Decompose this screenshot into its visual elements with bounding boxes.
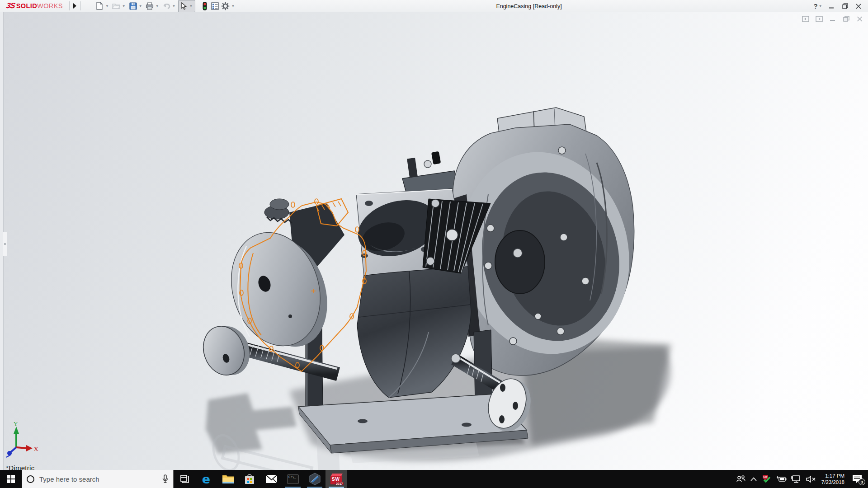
power-button[interactable] — [774, 470, 789, 488]
windows-taskbar: e C:\_ SW 2017 — [0, 470, 868, 488]
taskbar-search-box[interactable] — [22, 470, 174, 488]
open-document-button[interactable]: ▼ — [111, 0, 128, 12]
start-button[interactable] — [0, 470, 22, 488]
search-input[interactable] — [39, 475, 162, 483]
hidden-icons-button[interactable] — [748, 470, 759, 488]
action-center-button[interactable]: 3 — [848, 470, 868, 488]
command-prompt-icon: C:\_ — [287, 474, 299, 484]
microphone-icon[interactable] — [162, 474, 169, 483]
select-tool-button[interactable]: ▼ — [178, 0, 196, 12]
properties-button[interactable] — [210, 0, 220, 12]
mail-button[interactable] — [260, 470, 282, 488]
volume-muted-icon — [806, 475, 816, 483]
clock-time: 1:17 PM — [821, 473, 844, 479]
dropdown-arrow-icon[interactable]: ▼ — [139, 4, 142, 8]
store-button[interactable] — [239, 470, 260, 488]
triad-y-label: Y — [14, 420, 18, 427]
triad-x-label: X — [34, 446, 38, 452]
windows-logo-icon — [7, 475, 15, 483]
hexagon-tool-button[interactable] — [304, 470, 326, 488]
print-button[interactable]: ▼ — [145, 0, 161, 12]
window-buttons: ? ▼ — [811, 0, 865, 12]
title-bar: 3S SOLID WORKS ▼ ▼ ▼ — [0, 0, 868, 12]
dropdown-arrow-icon[interactable]: ▼ — [156, 4, 159, 8]
dropdown-arrow-icon[interactable]: ▼ — [189, 4, 193, 8]
power-battery-icon — [776, 475, 787, 483]
screen: 3S SOLID WORKS ▼ ▼ ▼ — [0, 0, 868, 488]
solidworks-status-button[interactable]: SW — [759, 470, 774, 488]
restore-icon — [842, 3, 848, 9]
open-folder-icon — [112, 1, 121, 11]
dropdown-arrow-icon[interactable]: ▼ — [105, 4, 109, 8]
options-button[interactable]: ▼ — [220, 0, 237, 12]
dropdown-arrow-icon[interactable]: ▼ — [122, 4, 126, 8]
undo-icon — [162, 1, 171, 11]
mail-icon — [265, 474, 278, 483]
flyout-arrow-icon — [73, 3, 77, 9]
taskbar-clock[interactable]: 1:17 PM 7/23/2018 — [819, 470, 848, 488]
print-icon — [145, 1, 155, 11]
solidworks-logo: 3S SOLID WORKS — [0, 1, 67, 10]
select-cursor-icon — [179, 1, 189, 11]
svg-text:SW: SW — [763, 475, 768, 478]
dropdown-arrow-icon[interactable]: ▼ — [231, 4, 235, 8]
new-document-button[interactable]: ▼ — [94, 0, 111, 12]
traffic-light-icon — [200, 1, 209, 11]
toolbar-separator — [69, 1, 70, 10]
file-explorer-button[interactable] — [217, 470, 239, 488]
solidworks-logo-mark: 3S — [5, 1, 15, 10]
task-view-icon — [179, 474, 190, 484]
properties-list-icon — [210, 1, 220, 11]
edge-button[interactable]: e — [195, 470, 217, 488]
minimize-button[interactable] — [825, 0, 838, 12]
people-button[interactable] — [734, 470, 748, 488]
help-button[interactable]: ? ▼ — [811, 0, 825, 12]
people-icon — [736, 475, 746, 483]
solidworks-2017-button[interactable]: SW 2017 — [326, 470, 347, 488]
clock-date: 7/23/2018 — [821, 479, 844, 485]
task-view-button[interactable] — [174, 470, 195, 488]
system-tray: SW 1:17 PM 7/23/2018 3 — [734, 470, 868, 488]
menu-flyout-arrow-button[interactable] — [71, 1, 79, 10]
network-icon — [791, 475, 801, 483]
minimize-icon — [829, 4, 834, 9]
fan-housing[interactable] — [442, 124, 647, 375]
close-icon — [856, 4, 861, 9]
undo-button[interactable]: ▼ — [161, 0, 178, 12]
save-floppy-icon — [128, 1, 138, 11]
engine-casing-model[interactable]: Y X — [0, 12, 868, 470]
solidworks-logo-text-bold: SOLID — [16, 2, 37, 9]
solidworks-2017-icon: SW 2017 — [330, 474, 343, 484]
quick-access-toolbar: ▼ ▼ ▼ ▼ ▼ — [94, 0, 237, 12]
restore-button[interactable] — [838, 0, 852, 12]
orientation-triad[interactable]: Y X — [6, 420, 38, 457]
close-button[interactable] — [852, 0, 865, 12]
edge-icon: e — [202, 473, 210, 485]
notification-badge: 3 — [859, 479, 865, 485]
network-button[interactable] — [789, 470, 803, 488]
dropdown-arrow-icon[interactable]: ▼ — [819, 4, 822, 8]
store-icon — [244, 474, 255, 485]
dropdown-arrow-icon[interactable]: ▼ — [172, 4, 176, 8]
graphics-viewport[interactable]: Y X *Dimetric — [0, 12, 868, 470]
save-button[interactable]: ▼ — [128, 0, 145, 12]
toolbar-separator — [80, 1, 81, 10]
hexagon-tool-icon — [309, 473, 321, 485]
help-icon: ? — [813, 2, 817, 10]
document-title: EngineCasing [Read-only] — [244, 0, 814, 12]
file-explorer-icon — [222, 474, 234, 484]
volume-button[interactable] — [803, 470, 819, 488]
sw-cube-year: 2017 — [335, 482, 344, 485]
chevron-up-icon — [750, 477, 757, 481]
cortana-icon — [27, 475, 34, 483]
solidworks-status-icon: SW — [761, 474, 771, 484]
solidworks-logo-text-light: WORKS — [37, 2, 63, 9]
traffic-light-button[interactable] — [199, 0, 210, 12]
new-document-icon — [95, 1, 104, 11]
command-prompt-button[interactable]: C:\_ — [282, 470, 304, 488]
options-gear-icon — [221, 1, 230, 11]
